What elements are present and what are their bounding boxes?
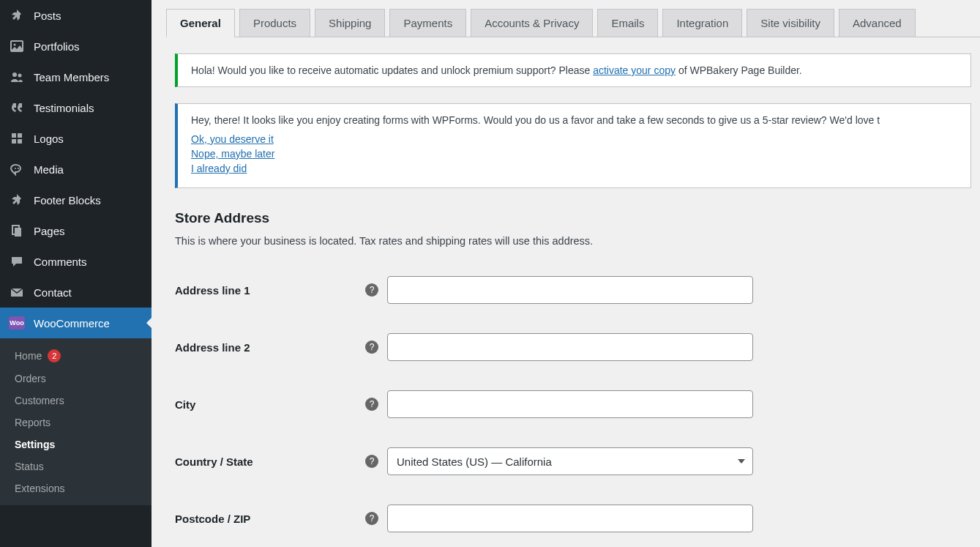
submenu-item-extensions[interactable]: Extensions: [0, 477, 152, 499]
submenu-item-orders[interactable]: Orders: [0, 368, 152, 390]
sidebar-item-label: Team Members: [34, 71, 109, 83]
sidebar-item-footer-blocks[interactable]: Footer Blocks: [0, 185, 152, 215]
sidebar-item-posts[interactable]: Posts: [0, 0, 152, 31]
sidebar-item-team-members[interactable]: Team Members: [0, 62, 152, 92]
tab-shipping[interactable]: Shipping: [315, 9, 385, 37]
pin-icon: [9, 7, 25, 23]
address-line-2-input[interactable]: [387, 333, 753, 361]
sidebar-item-label: Footer Blocks: [34, 194, 101, 206]
tab-integration[interactable]: Integration: [662, 9, 742, 37]
sidebar-item-label: Posts: [34, 10, 61, 22]
svg-point-2: [12, 72, 17, 77]
submenu-item-label: Customers: [15, 395, 64, 406]
review-already-link[interactable]: I already did: [191, 163, 247, 174]
count-badge: 2: [48, 349, 61, 362]
sidebar-item-label: Pages: [34, 225, 65, 237]
tab-products[interactable]: Products: [239, 9, 310, 37]
submenu-item-label: Extensions: [15, 483, 64, 494]
notice-wpbakery: Hola! Would you like to receive automati…: [175, 53, 971, 87]
sidebar-item-label: Contact: [34, 286, 72, 299]
tab-site-visibility[interactable]: Site visibility: [747, 9, 834, 37]
sidebar-item-label: WooCommerce: [34, 317, 110, 330]
sidebar-item-portfolios[interactable]: Portfolios: [0, 31, 152, 62]
woocommerce-icon: Woo: [9, 315, 25, 331]
submenu-item-settings[interactable]: Settings: [0, 433, 152, 455]
help-icon[interactable]: ?: [365, 455, 378, 468]
sidebar-item-label: Logos: [34, 133, 64, 145]
image-icon: [9, 38, 25, 54]
submenu-item-label: Settings: [15, 439, 55, 450]
help-icon[interactable]: ?: [365, 283, 378, 297]
quote-icon: [9, 100, 25, 116]
sidebar-item-logos[interactable]: Logos: [0, 123, 152, 154]
sidebar-item-pages[interactable]: Pages: [0, 215, 152, 246]
label-country-state: Country / State: [175, 455, 365, 468]
address-line-1-input[interactable]: [387, 276, 753, 304]
mail-icon: [9, 284, 25, 300]
copy-icon: [9, 223, 25, 239]
svg-rect-5: [18, 133, 22, 138]
notice-wpforms: Hey, there! It looks like you enjoy crea…: [175, 103, 971, 188]
label-postcode: Postcode / ZIP: [175, 513, 365, 525]
help-icon[interactable]: ?: [365, 398, 378, 411]
country-state-select[interactable]: United States (US) — California: [387, 447, 753, 475]
submenu-item-label: Orders: [15, 373, 46, 384]
svg-point-1: [14, 44, 16, 46]
review-ok-link[interactable]: Ok, you deserve it: [191, 133, 274, 145]
sidebar-item-testimonials[interactable]: Testimonials: [0, 92, 152, 123]
sidebar-item-contact[interactable]: Contact: [0, 277, 152, 308]
submenu-item-reports[interactable]: Reports: [0, 412, 152, 433]
city-input[interactable]: [387, 390, 753, 418]
tab-payments[interactable]: Payments: [389, 9, 466, 37]
sidebar-item-label: Portfolios: [34, 40, 80, 53]
sidebar-item-label: Media: [34, 163, 64, 176]
grid-icon: [9, 130, 25, 146]
sidebar-item-label: Testimonials: [34, 102, 94, 114]
activate-copy-link[interactable]: activate your copy: [593, 64, 676, 76]
tab-general[interactable]: General: [166, 9, 235, 37]
section-heading: Store Address: [175, 210, 980, 226]
svg-point-8: [15, 168, 16, 169]
submenu-item-home[interactable]: Home2: [0, 344, 152, 368]
tab-advanced[interactable]: Advanced: [839, 9, 916, 37]
submenu-item-label: Reports: [15, 417, 51, 428]
svg-point-3: [18, 74, 22, 78]
submenu-item-label: Status: [15, 461, 44, 472]
section-desc: This is where your business is located. …: [175, 235, 980, 247]
media-icon: [9, 161, 25, 177]
submenu-item-status[interactable]: Status: [0, 455, 152, 477]
help-icon[interactable]: ?: [365, 512, 378, 525]
svg-rect-4: [12, 133, 16, 138]
sidebar-item-comments[interactable]: Comments: [0, 246, 152, 277]
review-later-link[interactable]: Nope, maybe later: [191, 148, 274, 160]
tab-accounts-privacy[interactable]: Accounts & Privacy: [471, 9, 593, 37]
sidebar-item-media[interactable]: Media: [0, 154, 152, 185]
help-icon[interactable]: ?: [365, 341, 378, 354]
pin-icon: [9, 192, 25, 208]
postcode-input[interactable]: [387, 505, 753, 532]
submenu-item-customers[interactable]: Customers: [0, 390, 152, 412]
svg-rect-7: [18, 139, 22, 144]
label-address-2: Address line 2: [175, 341, 365, 354]
svg-point-9: [18, 168, 19, 169]
submenu-item-label: Home: [15, 350, 42, 362]
sidebar-item-label: Comments: [34, 256, 87, 268]
tab-emails[interactable]: Emails: [597, 9, 658, 37]
sidebar-item-woocommerce[interactable]: Woo WooCommerce: [0, 308, 152, 338]
svg-rect-11: [15, 228, 21, 237]
users-icon: [9, 69, 25, 85]
label-city: City: [175, 398, 365, 411]
chevron-down-icon: [738, 459, 745, 464]
label-address-1: Address line 1: [175, 284, 365, 297]
svg-rect-6: [12, 139, 16, 144]
comment-icon: [9, 253, 25, 269]
